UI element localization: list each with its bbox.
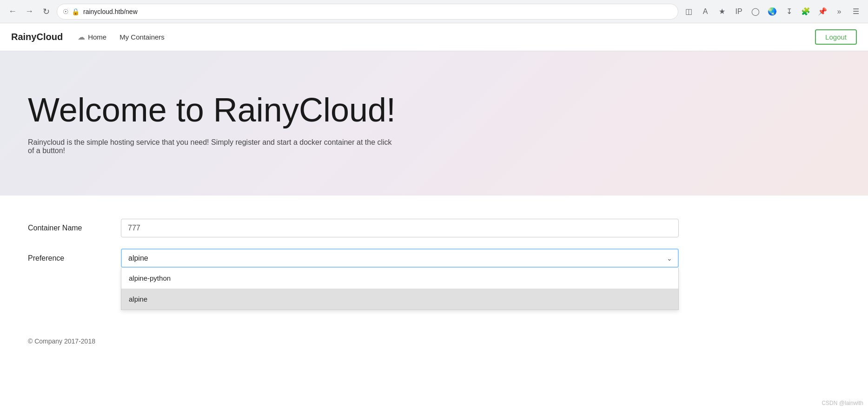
containers-link-label: My Containers [119, 33, 165, 41]
back-button[interactable]: ← [6, 5, 20, 19]
lock-icon: 🔒 [72, 8, 80, 15]
address-bar[interactable]: ☉ 🔒 rainycloud.htb/new [57, 4, 678, 20]
home-link[interactable]: ☁ Home [72, 30, 112, 44]
shield-icon: ☉ [63, 8, 69, 15]
container-name-label: Container Name [28, 224, 121, 232]
container-name-input[interactable] [121, 219, 679, 237]
ip-button[interactable]: IP [732, 5, 745, 18]
cloud-icon: ☁ [78, 33, 85, 41]
extensions-button[interactable]: ◫ [682, 5, 695, 18]
copyright-text: © Company 2017-2018 [28, 337, 95, 345]
nav-buttons: ← → ↻ [6, 5, 53, 19]
logout-button[interactable]: Logout [815, 29, 857, 45]
menu-button[interactable]: ☰ [849, 5, 862, 18]
form-section: Container Name Preference alpine alpine-… [0, 195, 868, 328]
hero-subtitle: Rainycloud is the simple hosting service… [28, 138, 400, 155]
preference-row: Preference alpine alpine-python ⌄ alpine… [28, 249, 679, 268]
more-tools-button[interactable]: » [833, 5, 846, 18]
preference-label: Preference [28, 254, 121, 263]
navbar: RainyCloud ☁ Home My Containers Logout [0, 23, 868, 51]
reload-button[interactable]: ↻ [39, 5, 53, 19]
browser-tools: ◫ A ★ IP ◯ 🌏 ↧ 🧩 📌 » ☰ [682, 5, 862, 18]
footer: © Company 2017-2018 [0, 328, 868, 354]
hero-title: Welcome to RainyCloud! [28, 92, 840, 128]
containers-link[interactable]: My Containers [114, 30, 170, 44]
watermark-text: CSDN @lainwith [822, 400, 863, 406]
security-icons: ☉ 🔒 [63, 8, 80, 15]
download-button[interactable]: ↧ [782, 5, 795, 18]
url-text: rainycloud.htb/new [83, 8, 672, 15]
forward-button[interactable]: → [22, 5, 36, 19]
browser-chrome: ← → ↻ ☉ 🔒 rainycloud.htb/new ◫ A ★ IP ◯ … [0, 0, 868, 23]
hero-section: Welcome to RainyCloud! Rainycloud is the… [0, 51, 868, 195]
bookmark-button[interactable]: ★ [716, 5, 729, 18]
brand-name: RainyCloud [11, 32, 63, 42]
preference-select[interactable]: alpine alpine-python [121, 249, 679, 268]
circle-button[interactable]: ◯ [749, 5, 762, 18]
dropdown-option-alpine[interactable]: alpine [121, 289, 678, 310]
dropdown-options: alpine-python alpine [121, 268, 679, 310]
watermark: CSDN @lainwith [822, 400, 863, 406]
pin-button[interactable]: 📌 [816, 5, 829, 18]
button-offset [28, 279, 121, 298]
puzzle-button[interactable]: 🧩 [799, 5, 812, 18]
translate-button[interactable]: A [699, 5, 712, 18]
container-name-row: Container Name [28, 219, 679, 237]
home-link-label: Home [88, 33, 106, 41]
preference-select-wrapper: alpine alpine-python ⌄ alpine-python alp… [121, 249, 679, 268]
dropdown-option-alpine-python[interactable]: alpine-python [121, 268, 678, 289]
translate2-button[interactable]: 🌏 [766, 5, 779, 18]
nav-links: ☁ Home My Containers [72, 30, 170, 44]
